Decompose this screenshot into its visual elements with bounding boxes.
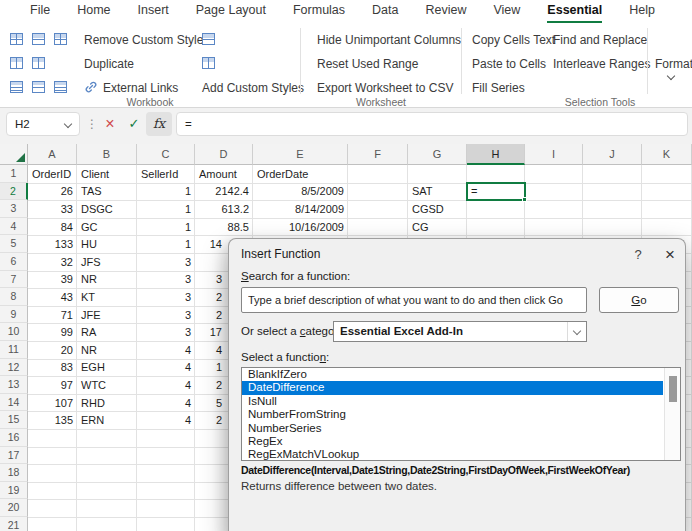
cell-D3[interactable]: 613.2 (195, 200, 253, 218)
cell-D7[interactable]: 3 (195, 271, 226, 289)
tab-home[interactable]: Home (77, 0, 110, 21)
cell-E4[interactable]: 10/16/2009 (253, 218, 348, 236)
row-header-7[interactable]: 7 (0, 271, 28, 289)
function-item-RegExMatchVLookup[interactable]: RegExMatchVLookup (242, 448, 663, 461)
cell-A9[interactable]: 71 (28, 306, 77, 324)
cell-B9[interactable]: JFE (77, 306, 137, 324)
table-style-icon[interactable] (54, 81, 67, 93)
table-style-icon[interactable] (32, 33, 45, 45)
cell-C13[interactable]: 4 (137, 376, 195, 394)
column-header-A[interactable]: A (28, 144, 77, 165)
row-header-18[interactable]: 18 (0, 464, 28, 482)
row-header-2[interactable]: 2 (0, 183, 28, 201)
column-header-E[interactable]: E (253, 144, 348, 165)
cell-B1[interactable]: Client (77, 165, 137, 183)
cell-C4[interactable]: 1 (137, 218, 195, 236)
cell-D11[interactable]: 4 (195, 341, 226, 359)
row-header-9[interactable]: 9 (0, 306, 28, 324)
worksheet-item-1[interactable]: Reset Used Range (317, 57, 418, 71)
cell-G2[interactable]: SAT (408, 183, 467, 201)
cell-B12[interactable]: EGH (77, 359, 137, 377)
cell-D1[interactable]: Amount (195, 165, 253, 183)
row-header-15[interactable]: 15 (0, 411, 28, 429)
cell-A8[interactable]: 43 (28, 288, 77, 306)
row-header-1[interactable]: 1 (0, 165, 28, 183)
function-item-DateDifference[interactable]: DateDifference (242, 381, 663, 394)
row-header-3[interactable]: 3 (0, 200, 28, 218)
scrollbar-track[interactable] (664, 368, 680, 460)
cell-D15[interactable]: 2 (195, 411, 226, 429)
cell-C3[interactable]: 1 (137, 200, 195, 218)
selection-tools-item2-1[interactable]: Interleave Ranges (553, 57, 650, 71)
row-header-17[interactable]: 17 (0, 447, 28, 465)
row-header-11[interactable]: 11 (0, 341, 28, 359)
cell-A10[interactable]: 99 (28, 323, 77, 341)
row-header-10[interactable]: 10 (0, 323, 28, 341)
scrollbar-thumb[interactable] (669, 376, 677, 402)
column-header-C[interactable]: C (137, 144, 195, 165)
cell-C6[interactable]: 3 (137, 253, 195, 271)
column-header-G[interactable]: G (408, 144, 467, 165)
insert-function-button[interactable]: fx (146, 112, 172, 136)
add-custom-styles-button[interactable]: Add Custom Styles (202, 81, 304, 95)
table-style-icon[interactable] (32, 81, 45, 93)
cell-A15[interactable]: 135 (28, 411, 77, 429)
cell-B8[interactable]: KT (77, 288, 137, 306)
cell-D13[interactable]: 2 (195, 376, 226, 394)
cell-B7[interactable]: NR (77, 271, 137, 289)
column-header-I[interactable]: I (525, 144, 583, 165)
selection-tools-item2-0[interactable]: Find and Replace (553, 33, 647, 47)
cell-D9[interactable]: 2 (195, 306, 226, 324)
row-header-19[interactable]: 19 (0, 482, 28, 500)
cell-C11[interactable]: 4 (137, 341, 195, 359)
duplicate-button[interactable]: Duplicate (84, 57, 134, 71)
column-header-J[interactable]: J (583, 144, 642, 165)
formula-bar-handle[interactable]: ⋮ (86, 112, 98, 136)
tab-formulas[interactable]: Formulas (293, 0, 345, 21)
cell-B10[interactable]: RA (77, 323, 137, 341)
row-header-6[interactable]: 6 (0, 253, 28, 271)
cell-A2[interactable]: 26 (28, 183, 77, 201)
dialog-titlebar[interactable]: Insert Function (229, 239, 685, 265)
external-links-button[interactable]: External Links (103, 81, 178, 95)
tab-insert[interactable]: Insert (138, 0, 169, 21)
cell-C5[interactable]: 1 (137, 235, 195, 253)
cell-C1[interactable]: SellerId (137, 165, 195, 183)
function-item-IsNull[interactable]: IsNull (242, 395, 663, 408)
row-header-21[interactable]: 21 (0, 517, 28, 531)
cell-G4[interactable]: CG (408, 218, 467, 236)
category-dropdown[interactable]: Essential Excel Add-In (333, 321, 587, 342)
tab-file[interactable]: File (30, 0, 50, 21)
cell-A3[interactable]: 33 (28, 200, 77, 218)
function-item-BlankIfZero[interactable]: BlankIfZero (242, 368, 663, 381)
cell-B5[interactable]: HU (77, 235, 137, 253)
column-header-F[interactable]: F (348, 144, 408, 165)
cell-B14[interactable]: RHD (77, 394, 137, 412)
remove-custom-styles-button[interactable]: Remove Custom Styles (84, 33, 209, 47)
help-button[interactable]: ? (627, 245, 649, 265)
column-header-H[interactable]: H (467, 144, 525, 165)
row-header-16[interactable]: 16 (0, 429, 28, 447)
table-style-icon[interactable] (10, 57, 23, 69)
cell-A6[interactable]: 32 (28, 253, 77, 271)
tab-review[interactable]: Review (425, 0, 466, 21)
cell-C14[interactable]: 4 (137, 394, 195, 412)
cancel-button[interactable]: × (98, 112, 122, 136)
cell-E2[interactable]: 8/5/2009 (253, 183, 348, 201)
function-item-RegEx[interactable]: RegEx (242, 435, 663, 448)
row-header-8[interactable]: 8 (0, 288, 28, 306)
cell-C12[interactable]: 4 (137, 359, 195, 377)
worksheet-item-2[interactable]: Export Worksheet to CSV (317, 81, 454, 95)
cell-D10[interactable]: 17 (195, 323, 226, 341)
cell-D12[interactable]: 1 (195, 359, 226, 377)
table-style-icon[interactable] (10, 81, 23, 93)
column-header-D[interactable]: D (195, 144, 253, 165)
selection-tools-item-0[interactable]: Copy Cells Text (472, 33, 555, 47)
close-icon[interactable]: × (657, 244, 683, 266)
function-item-NumberFromString[interactable]: NumberFromString (242, 408, 663, 421)
cell-A13[interactable]: 97 (28, 376, 77, 394)
column-header-B[interactable]: B (77, 144, 137, 165)
search-function-input[interactable] (241, 287, 587, 313)
cell-B13[interactable]: WTC (77, 376, 137, 394)
cell-C8[interactable]: 3 (137, 288, 195, 306)
